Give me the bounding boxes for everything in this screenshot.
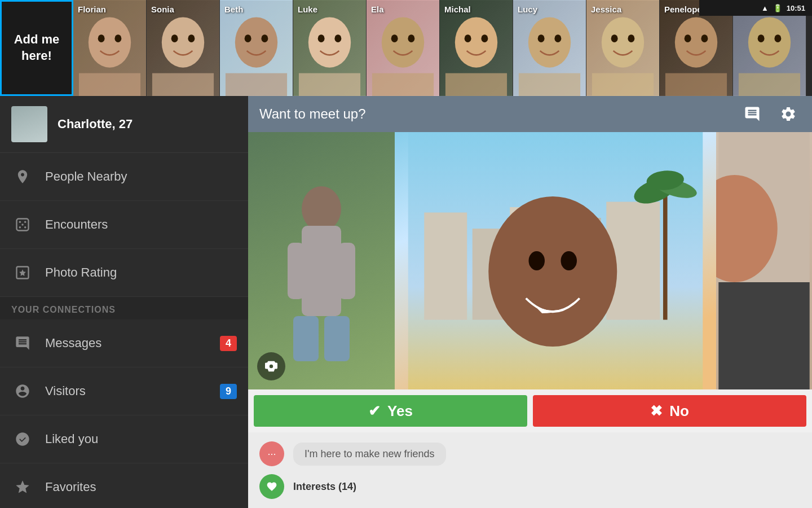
person-card-jessica[interactable]: Jessica bbox=[586, 0, 660, 96]
photo-right-partial bbox=[716, 132, 812, 389]
sidebar-item-people-nearby[interactable]: People Nearby bbox=[0, 153, 248, 201]
sidebar-item-visitors[interactable]: Visitors 9 bbox=[0, 367, 248, 415]
svg-point-17 bbox=[318, 34, 325, 42]
svg-point-23 bbox=[408, 34, 414, 42]
add-me-card[interactable]: Add mehere! bbox=[0, 0, 73, 96]
liked-icon bbox=[11, 428, 34, 450]
chat-button[interactable] bbox=[740, 102, 765, 126]
person-card-beth[interactable]: Beth bbox=[220, 0, 293, 96]
svg-point-21 bbox=[382, 17, 424, 67]
person-card-sonia[interactable]: Sonia bbox=[147, 0, 220, 96]
interests-row: Interests (14) bbox=[259, 474, 801, 499]
yes-checkmark: ✔ bbox=[368, 402, 381, 420]
user-profile: Charlotte, 27 bbox=[0, 96, 248, 153]
sidebar-item-favorites[interactable]: Favorites bbox=[0, 463, 248, 508]
sidebar-item-messages[interactable]: Messages 4 bbox=[0, 319, 248, 367]
no-crossmark: ✖ bbox=[650, 402, 663, 420]
interests-text: Interests (14) bbox=[293, 481, 356, 493]
avatar bbox=[11, 106, 47, 142]
status-time: 10:51 bbox=[787, 4, 805, 12]
svg-point-55 bbox=[21, 224, 24, 226]
person-name-beth: Beth bbox=[224, 5, 243, 14]
svg-point-53 bbox=[19, 226, 21, 229]
photo-left[interactable] bbox=[248, 132, 395, 389]
svg-rect-24 bbox=[372, 73, 434, 96]
main-header-title: Want to meet up? bbox=[259, 106, 366, 122]
svg-rect-61 bbox=[324, 316, 350, 361]
sidebar-item-photo-rating[interactable]: Photo Rating bbox=[0, 249, 248, 297]
svg-point-12 bbox=[245, 34, 251, 42]
svg-point-18 bbox=[334, 34, 341, 42]
no-label: No bbox=[669, 402, 689, 420]
svg-point-54 bbox=[24, 226, 27, 229]
svg-point-74 bbox=[488, 196, 617, 347]
camera-button[interactable] bbox=[257, 352, 285, 380]
person-name-sonia: Sonia bbox=[151, 5, 174, 14]
settings-button[interactable] bbox=[776, 102, 801, 126]
sidebar-label-visitors: Visitors bbox=[45, 384, 86, 398]
chat-bubble-icon: ··· bbox=[259, 441, 284, 466]
person-name-penelope: Penelope bbox=[664, 5, 702, 14]
photos-area bbox=[248, 132, 812, 389]
visitors-badge: 9 bbox=[220, 384, 237, 399]
yes-button[interactable]: ✔ Yes bbox=[254, 395, 527, 427]
person-card-lucy[interactable]: Lucy bbox=[513, 0, 586, 96]
main-header: Want to meet up? bbox=[248, 96, 812, 132]
sidebar-label-favorites: Favorites bbox=[45, 480, 96, 494]
svg-point-1 bbox=[89, 17, 131, 67]
add-me-label: Add mehere! bbox=[14, 32, 60, 64]
person-card-ela[interactable]: Ela bbox=[367, 0, 440, 96]
svg-point-7 bbox=[171, 34, 178, 42]
svg-point-28 bbox=[481, 34, 488, 42]
person-card-florian[interactable]: Florian bbox=[73, 0, 147, 96]
person-name-michal: Michal bbox=[444, 5, 471, 14]
person-card-michal[interactable]: Michal bbox=[440, 0, 513, 96]
people-strip: Add mehere! Florian Sonia Beth bbox=[0, 0, 812, 96]
svg-point-36 bbox=[602, 17, 644, 67]
svg-point-42 bbox=[685, 34, 691, 42]
svg-point-46 bbox=[748, 17, 791, 67]
sidebar-item-liked-you[interactable]: Liked you bbox=[0, 415, 248, 463]
visitors-icon bbox=[11, 380, 34, 402]
person-name-florian: Florian bbox=[78, 5, 106, 14]
sidebar-label-encounters: Encounters bbox=[45, 217, 108, 232]
svg-rect-79 bbox=[718, 282, 810, 389]
svg-point-58 bbox=[302, 186, 341, 231]
no-button[interactable]: ✖ No bbox=[533, 395, 806, 427]
messages-icon bbox=[11, 332, 34, 354]
sidebar-item-encounters[interactable]: Encounters bbox=[0, 201, 248, 249]
location-icon bbox=[11, 165, 34, 188]
sidebar-label-photo-rating: Photo Rating bbox=[45, 265, 117, 280]
svg-rect-9 bbox=[152, 73, 214, 96]
status-row: ··· I'm here to make new friends bbox=[259, 441, 801, 466]
svg-rect-59 bbox=[302, 226, 341, 316]
person-name-luke: Luke bbox=[298, 5, 317, 14]
svg-point-32 bbox=[538, 34, 545, 42]
svg-point-37 bbox=[611, 34, 618, 42]
svg-point-52 bbox=[24, 221, 27, 224]
svg-point-76 bbox=[561, 251, 577, 270]
svg-rect-60 bbox=[293, 316, 319, 361]
svg-rect-34 bbox=[519, 73, 580, 96]
action-buttons: ✔ Yes ✖ No bbox=[248, 389, 812, 432]
svg-point-2 bbox=[98, 34, 105, 42]
favorites-icon bbox=[11, 476, 34, 498]
svg-rect-39 bbox=[592, 73, 654, 96]
bottom-info: ··· I'm here to make new friends Interes… bbox=[248, 432, 812, 508]
svg-point-13 bbox=[261, 34, 268, 42]
connections-header: Your Connections bbox=[0, 297, 248, 319]
svg-point-41 bbox=[675, 17, 717, 67]
status-bar: ▲ 🔋 10:51 bbox=[699, 0, 812, 16]
svg-point-31 bbox=[528, 17, 571, 67]
user-name: Charlotte, 27 bbox=[58, 117, 133, 132]
svg-point-26 bbox=[455, 17, 497, 67]
person-name-lucy: Lucy bbox=[518, 5, 537, 14]
person-card-luke[interactable]: Luke bbox=[293, 0, 367, 96]
svg-point-38 bbox=[628, 34, 634, 42]
photo-main[interactable] bbox=[395, 132, 716, 389]
sidebar-label-people-nearby: People Nearby bbox=[45, 169, 127, 184]
dice-icon bbox=[11, 213, 34, 236]
star-icon bbox=[11, 261, 34, 284]
heart-icon bbox=[259, 474, 284, 499]
person-name-jessica: Jessica bbox=[591, 5, 621, 14]
